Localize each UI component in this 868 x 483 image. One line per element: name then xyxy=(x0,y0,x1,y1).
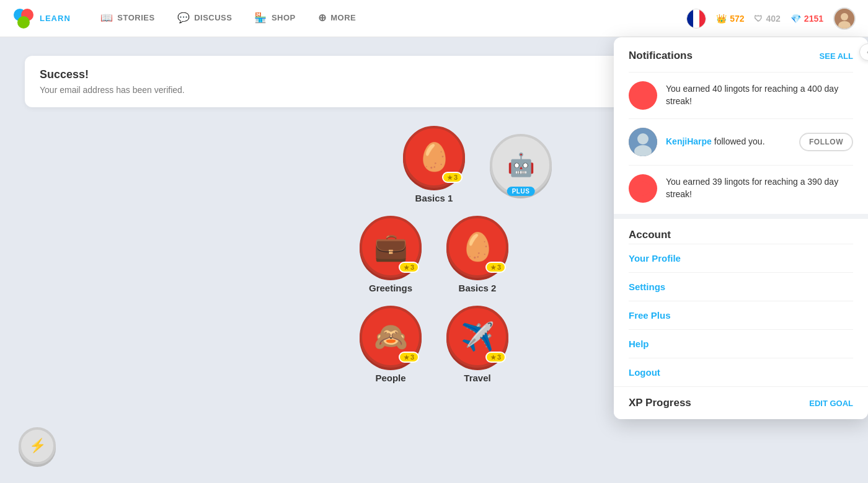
notification-item-2: KenjiHarpe followed you. FOLLOW xyxy=(629,118,853,165)
skill-row-3: 🙈 3 People ✈️ 3 Travel xyxy=(360,306,508,383)
free-plus-link[interactable]: Free Plus xyxy=(629,301,853,329)
see-all-link[interactable]: SEE ALL xyxy=(820,51,853,61)
user-avatar-icon xyxy=(629,128,657,156)
skill-circle-travel: ✈️ 3 xyxy=(446,306,508,368)
skill-name-basics1: Basics 1 xyxy=(415,193,453,203)
stories-icon: 📖 xyxy=(100,12,113,24)
skill-name-travel: Travel xyxy=(464,373,490,383)
basics1-icon: 🥚 xyxy=(417,141,451,173)
svg-point-8 xyxy=(637,133,649,144)
notification-text-2: KenjiHarpe followed you. xyxy=(666,136,790,148)
svg-marker-10 xyxy=(636,181,650,196)
badge-count-greetings: 3 xyxy=(410,264,414,271)
settings-link[interactable]: Settings xyxy=(629,272,853,301)
skill-name-basics2: Basics 2 xyxy=(459,283,497,293)
skill-circle-basics2: 🥚 3 xyxy=(446,216,508,278)
skill-travel[interactable]: ✈️ 3 Travel xyxy=(446,306,508,383)
nav-links: 📖 STORIES 💬 DISCUSS 🏪 SHOP ⊕ MORE xyxy=(89,0,686,37)
xp-title: XP Progress xyxy=(629,397,691,409)
skill-badge-basics1: 3 xyxy=(442,172,463,183)
follow-button[interactable]: FOLLOW xyxy=(799,133,853,151)
notifications-title: Notifications xyxy=(629,50,693,62)
more-icon: ⊕ xyxy=(318,12,327,24)
discuss-icon: 💬 xyxy=(177,12,190,24)
avatar[interactable] xyxy=(833,7,856,30)
basics2-icon: 🥚 xyxy=(461,231,495,263)
shop-label: SHOP xyxy=(272,13,296,22)
svg-point-4 xyxy=(841,13,848,20)
logo[interactable]: LEARN xyxy=(12,7,71,30)
plus-bot[interactable]: 🤖 PLUS xyxy=(490,134,552,196)
main-content: Success! Your email address has been ver… xyxy=(0,37,868,483)
skill-greetings[interactable]: 💼 3 Greetings xyxy=(360,216,422,293)
skill-badge-basics2: 3 xyxy=(485,262,506,273)
xp-section: XP Progress EDIT GOAL xyxy=(614,386,868,419)
follow-text: followed you. xyxy=(712,136,765,146)
nav-shop[interactable]: 🏪 SHOP xyxy=(243,0,306,37)
avatar-image xyxy=(835,9,854,29)
skill-badge-people: 3 xyxy=(399,352,419,363)
discuss-label: DISCUSS xyxy=(194,13,232,22)
navbar: LEARN 📖 STORIES 💬 DISCUSS 🏪 SHOP ⊕ MORE … xyxy=(0,0,868,37)
people-icon: 🙈 xyxy=(374,321,408,353)
strength-button[interactable]: ⚡ xyxy=(19,427,56,464)
notification-text-1: You earned 40 lingots for reaching a 400… xyxy=(666,83,853,107)
skill-row-2: 💼 3 Greetings 🥚 3 Basics 2 xyxy=(360,216,508,293)
skill-name-people: People xyxy=(375,373,405,383)
notification-text-3: You earned 39 lingots for reaching a 390… xyxy=(666,176,853,200)
account-title: Account xyxy=(629,229,853,241)
dropdown-panel: ‹ Notifications SEE ALL You earned 40 li… xyxy=(614,37,868,419)
skill-circle-greetings: 💼 3 xyxy=(360,216,422,278)
skill-name-greetings: Greetings xyxy=(369,283,412,293)
gem-count: 2151 xyxy=(804,14,823,24)
skill-badge-greetings: 3 xyxy=(399,262,419,273)
skill-people[interactable]: 🙈 3 People xyxy=(360,306,422,383)
account-section: Account Your Profile Settings Free Plus … xyxy=(614,214,868,386)
more-label: MORE xyxy=(330,13,356,22)
badge-count-travel: 3 xyxy=(497,353,501,361)
shop-icon: 🏪 xyxy=(254,12,267,24)
skill-basics2[interactable]: 🥚 3 Basics 2 xyxy=(446,216,508,293)
xp-header: XP Progress EDIT GOAL xyxy=(629,397,853,409)
username-link[interactable]: KenjiHarpe xyxy=(666,136,712,146)
skill-row-1: 🥚 3 Basics 1 🤖 PLUS xyxy=(316,126,552,203)
help-link[interactable]: Help xyxy=(629,329,853,358)
notifications-section: Notifications SEE ALL You earned 40 ling… xyxy=(614,37,868,211)
robot-icon: 🤖 xyxy=(507,152,535,178)
skill-circle-people: 🙈 3 xyxy=(360,306,422,368)
badge-count-basics2: 3 xyxy=(497,264,501,271)
lingot-icon-3 xyxy=(629,174,657,203)
language-flag[interactable] xyxy=(686,9,706,29)
your-profile-link[interactable]: Your Profile xyxy=(629,244,853,272)
gem-stat: 💎 2151 xyxy=(790,14,823,24)
streak-count: 572 xyxy=(730,14,744,24)
skill-basics1[interactable]: 🥚 3 Basics 1 xyxy=(403,126,465,203)
badge-count: 3 xyxy=(454,174,458,181)
duolingo-logo-icon xyxy=(12,7,35,30)
svg-marker-6 xyxy=(636,88,650,103)
shield-icon: 🛡 xyxy=(754,14,763,24)
nav-right: 👑 572 🛡 402 💎 2151 xyxy=(686,7,856,30)
strength-icon: ⚡ xyxy=(29,438,46,454)
travel-icon: ✈️ xyxy=(461,321,495,353)
logo-text: LEARN xyxy=(40,14,71,23)
notification-item-3: You earned 39 lingots for reaching a 390… xyxy=(629,165,853,211)
streak-icon: 👑 xyxy=(716,14,727,24)
shield-count: 402 xyxy=(766,14,780,24)
nav-more[interactable]: ⊕ MORE xyxy=(307,0,368,37)
badge-count-people: 3 xyxy=(410,353,414,361)
svg-point-2 xyxy=(17,16,30,29)
shield-stat: 🛡 402 xyxy=(754,14,780,24)
notifications-header: Notifications SEE ALL xyxy=(629,50,853,62)
edit-goal-link[interactable]: EDIT GOAL xyxy=(809,399,853,408)
nav-discuss[interactable]: 💬 DISCUSS xyxy=(166,0,244,37)
notification-item-1: You earned 40 lingots for reaching a 400… xyxy=(629,72,853,118)
lingot-icon-1 xyxy=(629,81,657,110)
stories-label: STORIES xyxy=(117,13,154,22)
streak-stat: 👑 572 xyxy=(716,14,744,24)
nav-stories[interactable]: 📖 STORIES xyxy=(89,0,166,37)
plus-badge: PLUS xyxy=(507,187,535,196)
skill-badge-travel: 3 xyxy=(485,352,506,363)
skill-circle-basics1: 🥚 3 xyxy=(403,126,465,188)
logout-link[interactable]: Logout xyxy=(629,358,853,386)
